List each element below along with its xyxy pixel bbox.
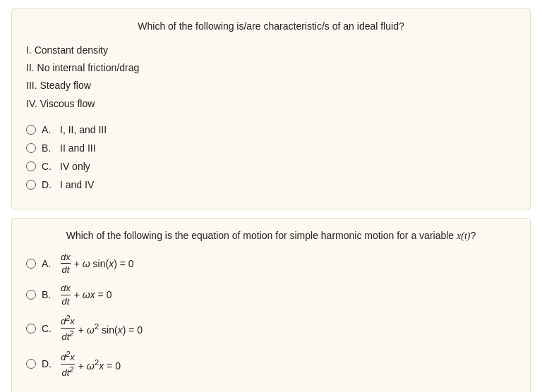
fraction-d2x-dt2-c: d2x dt2 xyxy=(61,314,75,343)
radio-2b[interactable] xyxy=(26,290,36,300)
option-item-2d[interactable]: D. d2x dt2 + ω2x = 0 xyxy=(26,350,516,379)
option-label-1c: IV only xyxy=(60,161,90,172)
premise-4: IV. Viscous flow xyxy=(26,95,516,113)
option-letter-2a: A. xyxy=(42,258,54,269)
radio-2c[interactable] xyxy=(26,324,36,333)
fraction-dx-dt-b: dx dt xyxy=(61,283,71,307)
option-letter-2c: C. xyxy=(42,323,54,334)
option-letter-1c: C. xyxy=(42,161,54,172)
premise-1: I. Constant density xyxy=(26,42,516,59)
question-block-1: Which of the following is/are characteri… xyxy=(11,8,531,209)
variable-xt: x(t) xyxy=(457,231,470,241)
radio-1a[interactable] xyxy=(26,125,36,135)
options-list-1: A. I, II, and III B. II and III C. IV on… xyxy=(26,124,516,190)
option-letter-2d: D. xyxy=(42,358,54,369)
premise-2: II. No internal friction/drag xyxy=(26,59,516,77)
option-item-2a[interactable]: A. dx dt + ω sin(x) = 0 xyxy=(26,252,516,276)
option-math-2a: dx dt + ω sin(x) = 0 xyxy=(60,252,134,276)
option-letter-1a: A. xyxy=(42,124,54,135)
options-list-2: A. dx dt + ω sin(x) = 0 B. dx dt + ωx = … xyxy=(26,252,516,379)
option-math-2b: dx dt + ωx = 0 xyxy=(60,283,112,307)
fraction-dx-dt-a: dx dt xyxy=(61,252,71,276)
option-item-2c[interactable]: C. d2x dt2 + ω2 sin(x) = 0 xyxy=(26,314,516,343)
option-letter-1b: B. xyxy=(42,142,54,154)
option-letter-1d: D. xyxy=(42,179,54,190)
radio-2d[interactable] xyxy=(26,359,36,369)
radio-1d[interactable] xyxy=(26,180,36,190)
option-item-1b[interactable]: B. II and III xyxy=(26,142,516,154)
fraction-d2x-dt2-d: d2x dt2 xyxy=(61,350,75,379)
option-item-2b[interactable]: B. dx dt + ωx = 0 xyxy=(26,283,516,307)
radio-1c[interactable] xyxy=(26,161,36,171)
premise-3: III. Steady flow xyxy=(26,77,516,94)
option-label-1b: II and III xyxy=(60,142,96,154)
option-label-1a: I, II, and III xyxy=(60,124,107,135)
question-block-2: Which of the following is the equation o… xyxy=(11,218,531,392)
option-item-1d[interactable]: D. I and IV xyxy=(26,179,516,190)
premise-list: I. Constant density II. No internal fric… xyxy=(26,42,516,113)
option-item-1a[interactable]: A. I, II, and III xyxy=(26,124,516,135)
option-math-2d: d2x dt2 + ω2x = 0 xyxy=(60,350,121,379)
radio-2a[interactable] xyxy=(26,259,36,269)
option-letter-2b: B. xyxy=(42,289,54,300)
option-label-1d: I and IV xyxy=(60,179,94,190)
option-item-1c[interactable]: C. IV only xyxy=(26,161,516,172)
option-math-2c: d2x dt2 + ω2 sin(x) = 0 xyxy=(60,314,143,343)
radio-1b[interactable] xyxy=(26,143,36,153)
question-text-1: Which of the following is/are characteri… xyxy=(26,20,516,32)
question-text-2: Which of the following is the equation o… xyxy=(26,230,516,242)
